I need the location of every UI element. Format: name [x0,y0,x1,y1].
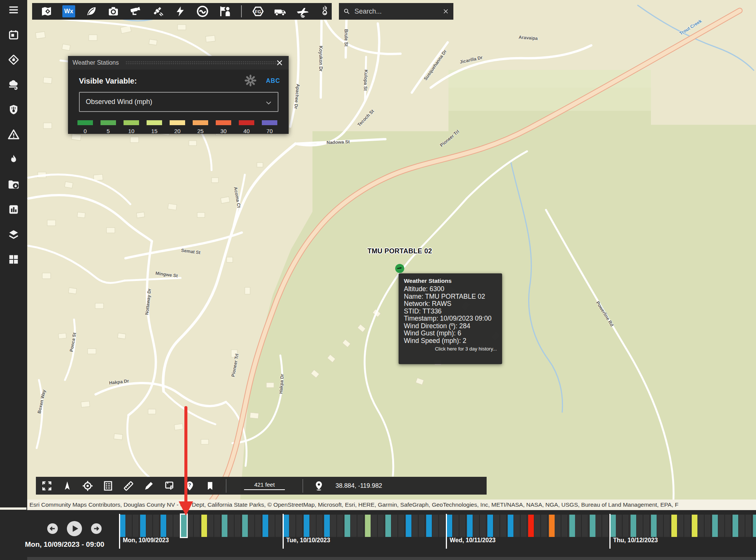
timeline-scrollbar[interactable] [27,557,756,560]
timeline-bar[interactable] [753,515,756,537]
active-fire-icon[interactable] [6,153,21,166]
panel-title: Weather Stations [73,59,119,66]
timeline-bar[interactable] [406,515,411,537]
weather-station-marker[interactable] [394,263,405,274]
panel-header[interactable]: Weather Stations [68,56,289,70]
search-clear-icon[interactable] [443,7,449,16]
fire-truck-icon[interactable] [274,5,287,18]
timeline-bar[interactable] [161,515,166,537]
timeline-bar[interactable] [447,515,452,537]
timeline-bar[interactable] [283,515,289,537]
draw-pencil-icon[interactable] [143,480,155,492]
panel-gear-icon[interactable] [244,74,257,87]
timeline-bar[interactable] [242,515,248,537]
aircraft-icon[interactable] [296,5,309,18]
play-button[interactable] [66,521,82,537]
timeline-bar[interactable] [528,515,534,537]
fg-badge-icon[interactable]: FG [251,5,265,18]
timeline-bar[interactable] [712,515,718,537]
map-attribution: Esri Community Maps Contributors, Dougla… [0,500,756,510]
locate-icon[interactable] [82,480,94,492]
timeline-bar[interactable] [426,515,432,537]
timeline-bar[interactable] [385,515,391,537]
timeline-bar[interactable] [181,515,187,537]
legend-item: 20 [170,120,185,134]
flame-wisp-icon[interactable] [318,5,332,18]
menu-button[interactable] [6,3,21,17]
legend-value: 0 [77,128,93,134]
bookmark-icon[interactable] [204,480,216,492]
timeline-bar[interactable] [345,515,350,537]
satellite-icon[interactable] [151,5,165,18]
legend-swatch [100,120,116,125]
fire-behavior-icon[interactable] [6,103,21,116]
timeline-bar[interactable] [569,515,575,537]
apps-grid-icon[interactable] [6,253,21,266]
timeline-day-divider [446,514,447,549]
lightning-icon[interactable] [173,5,187,18]
timeline-bar[interactable] [263,515,268,537]
timeline-bar[interactable] [590,515,595,537]
timeline-track[interactable] [119,515,756,537]
timeline-bar[interactable] [304,515,309,537]
legend-value: 70 [262,128,277,134]
timeline-bar[interactable] [201,515,207,537]
statistics-icon[interactable] [6,203,21,216]
timeline-bar[interactable] [733,515,738,537]
north-arrow-icon[interactable] [61,480,73,492]
smoke-icon[interactable] [196,5,209,18]
cctv-camera-icon[interactable] [129,5,142,18]
person-flag-icon[interactable] [218,5,232,18]
step-forward-button[interactable] [91,523,102,534]
timeline-bar[interactable] [467,515,473,537]
abc-labels-toggle[interactable]: ABC [266,78,280,84]
search-input[interactable] [354,7,443,16]
leaf-icon[interactable] [84,5,98,18]
timeline-bar[interactable] [324,515,330,537]
timeline-bar[interactable] [671,515,677,537]
timeline-bar[interactable] [365,515,371,537]
variable-dropdown[interactable]: Observed Wind (mph) [79,92,278,112]
timeline-bar[interactable] [120,515,125,537]
basemap-switcher-icon[interactable] [163,480,175,492]
measure-ruler-icon[interactable] [122,480,135,492]
visible-variable-label: Visible Variable: [79,77,137,85]
timeline-bar[interactable] [487,515,493,537]
toolbar-separator [226,479,226,493]
search-box [339,3,453,20]
identify-pin-icon[interactable]: ? [184,480,196,492]
step-back-button[interactable] [47,523,58,534]
timeline-bar[interactable] [508,515,513,537]
coordinates-readout: 38.884, -119.982 [335,482,382,489]
timeline-day-label: Tue, 10/10/2023 [286,537,330,544]
fire-folder-icon[interactable] [6,178,21,191]
timeline-bar[interactable] [651,515,657,537]
legend-item: 15 [147,120,162,134]
scale-bar: 421 feet [236,481,293,490]
popup-history-link[interactable]: Click here for 3 day history... [404,346,497,352]
legend-item: 40 [239,120,254,134]
camera-icon[interactable] [107,5,120,18]
layers-icon[interactable] [6,228,21,241]
calendar-icon[interactable] [6,28,21,42]
map-fire-icon[interactable] [40,5,53,18]
timeline-bar[interactable] [631,515,636,537]
wind-weather-icon[interactable] [6,78,21,92]
popup-row: Name: TMU PORTABLE 02 [404,293,497,301]
legend-value: 15 [147,128,162,134]
drag-handle-dots[interactable] [125,61,279,65]
legend-list-icon[interactable] [102,480,114,492]
timeline-bar[interactable] [140,515,146,537]
fire-danger-icon[interactable] [6,53,21,67]
timeline-bar[interactable] [692,515,697,537]
timeline-bar[interactable] [610,515,616,537]
weather-wx-button[interactable]: Wx [62,5,76,18]
timeline-bar[interactable] [222,515,227,537]
fullscreen-icon[interactable] [41,480,53,492]
panel-close-icon[interactable] [275,58,284,67]
wx-label: Wx [64,8,73,15]
legend-swatch [193,120,208,125]
popup-row: Wind Direction (º): 284 [404,323,497,330]
timeline-bar[interactable] [549,515,555,537]
hazard-warning-icon[interactable] [6,128,21,141]
